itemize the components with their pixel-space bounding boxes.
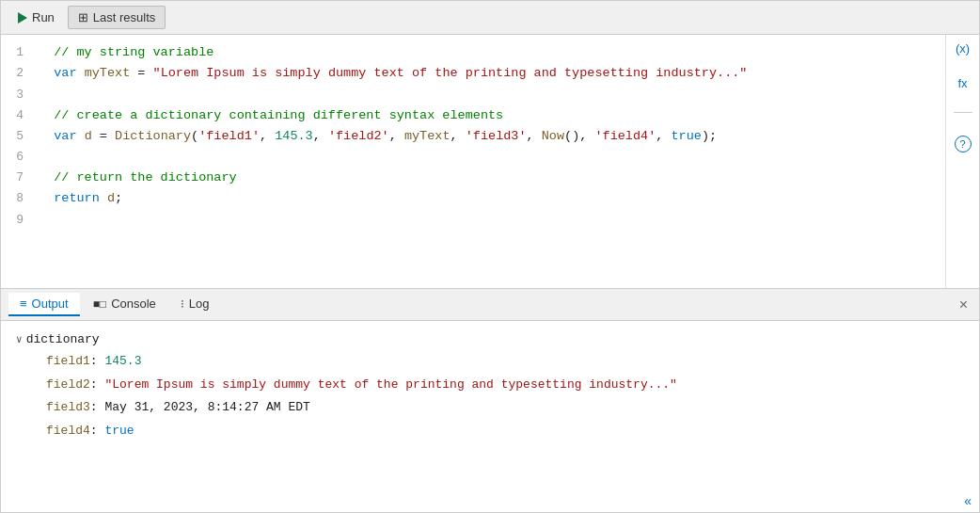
line-content-4: // create a dictionary containing differ… — [39, 105, 945, 126]
field4-key: field4 — [46, 424, 90, 438]
field2-key: field2 — [46, 377, 90, 392]
line-content-1: // my string variable — [39, 42, 945, 63]
last-results-button[interactable]: ⊞ Last results — [68, 6, 166, 29]
tab-output[interactable]: ≡ Output — [8, 293, 80, 316]
last-results-label: Last results — [93, 10, 155, 24]
dict-items: field1: 145.3 field2: "Lorem Ipsum is si… — [16, 350, 964, 443]
line-content-7: // return the dictionary — [39, 168, 945, 188]
output-panel: ≡ Output ■□ Console ⁝ Log × ∨ dictionary — [1, 289, 979, 513]
line-num-6: 6 — [1, 147, 39, 167]
code-editor[interactable]: 1 // my string variable 2 var myText = "… — [1, 35, 945, 288]
field1-value: 145.3 — [104, 354, 141, 368]
line-num-7: 7 — [1, 168, 39, 187]
field4-value: true — [104, 424, 134, 438]
output-tab-icon: ≡ — [20, 297, 27, 311]
console-tab-icon: ■□ — [93, 297, 107, 311]
editor-area: 1 // my string variable 2 var myText = "… — [1, 35, 979, 289]
close-output-button[interactable]: × — [956, 297, 972, 313]
dict-item-field3: field3: May 31, 2023, 8:14:27 AM EDT — [46, 396, 964, 420]
dict-item-field4: field4: true — [46, 420, 964, 443]
functions-icon[interactable]: fx — [957, 77, 967, 89]
tab-console[interactable]: ■□ Console — [82, 293, 167, 316]
line-num-5: 5 — [1, 126, 39, 146]
code-line-2: 2 var myText = "Lorem Ipsum is simply du… — [1, 63, 945, 84]
results-icon: ⊞ — [78, 10, 88, 24]
line-num-2: 2 — [1, 63, 39, 83]
bottom-area: ≡ Output ■□ Console ⁝ Log × ∨ dictionary — [1, 289, 979, 513]
dict-item-field2: field2: "Lorem Ipsum is simply dummy tex… — [46, 374, 964, 397]
field3-key: field3 — [46, 400, 90, 414]
log-tab-label: Log — [189, 297, 210, 311]
output-tab-label: Output — [32, 297, 69, 311]
line-num-1: 1 — [1, 42, 39, 62]
line-content-5: var d = Dictionary('field1', 145.3, 'fie… — [39, 126, 945, 147]
dict-item-field1: field1: 145.3 — [46, 350, 964, 374]
chevron-down-icon[interactable]: ∨ — [16, 333, 23, 345]
right-sidebar: (x) fx ? — [945, 35, 979, 288]
variables-icon[interactable]: (x) — [956, 42, 970, 55]
sidebar-divider — [954, 112, 972, 113]
code-line-4: 4 // create a dictionary containing diff… — [1, 105, 945, 126]
code-line-1: 1 // my string variable — [1, 42, 945, 63]
output-tabs: ≡ Output ■□ Console ⁝ Log × — [1, 289, 979, 321]
log-tab-icon: ⁝ — [181, 297, 184, 311]
line-num-9: 9 — [1, 210, 39, 230]
tab-log[interactable]: ⁝ Log — [169, 293, 221, 316]
help-icon[interactable]: ? — [955, 136, 972, 152]
code-line-3: 3 — [1, 85, 945, 105]
line-content-8: return d; — [39, 188, 945, 209]
run-button[interactable]: Run — [8, 7, 64, 28]
dict-root: ∨ dictionary — [16, 332, 964, 346]
field2-value: "Lorem Ipsum is simply dummy text of the… — [104, 377, 677, 392]
output-content: ∨ dictionary field1: 145.3 field2: "Lore… — [1, 321, 979, 513]
line-num-4: 4 — [1, 105, 39, 125]
line-num-8: 8 — [1, 188, 39, 208]
dict-root-label: dictionary — [26, 332, 100, 346]
code-line-7: 7 // return the dictionary — [1, 168, 945, 188]
line-num-3: 3 — [1, 85, 39, 104]
field1-key: field1 — [46, 354, 90, 368]
toolbar: Run ⊞ Last results — [1, 1, 979, 35]
code-line-6: 6 — [1, 147, 945, 168]
code-line-5: 5 var d = Dictionary('field1', 145.3, 'f… — [1, 126, 945, 147]
run-label: Run — [32, 10, 55, 24]
field3-value: May 31, 2023, 8:14:27 AM EDT — [104, 400, 309, 414]
console-tab-label: Console — [111, 297, 156, 311]
code-line-9: 9 — [1, 210, 945, 231]
line-content-2: var myText = "Lorem Ipsum is simply dumm… — [39, 63, 945, 84]
code-line-8: 8 return d; — [1, 188, 945, 209]
run-icon — [18, 12, 27, 24]
collapse-panel-button[interactable]: « — [964, 493, 972, 508]
